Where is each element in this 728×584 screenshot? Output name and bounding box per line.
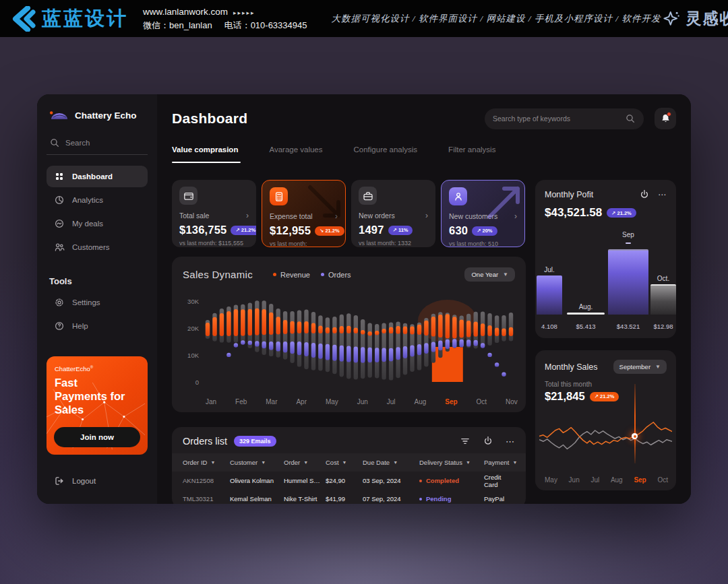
order-row[interactable]: TML30321Kemal SelmanNike T-Shirt$41,9907… [172,490,526,504]
orders-header-row: Order ID▼Customer▼Order▼Cost▼Due Date▼De… [172,453,526,472]
profit-bar-value: $12.98 [650,323,676,330]
stat-value: $12,955 [270,224,311,237]
sidebar-search-input[interactable] [65,139,133,147]
column-header-order[interactable]: Order▼ [284,459,326,466]
tab-filter-analysis[interactable]: Filter analysis [448,145,495,154]
month-label-sep: Sep [634,476,646,484]
trend-badge: ↗ 20% [472,226,497,236]
stat-cards-row: Total sale›$136,755↗ 21.2%vs last month:… [172,180,526,247]
month-select[interactable]: September▼ [613,360,667,374]
calculator-icon [270,187,288,205]
monthly-sales-title: Monthly Sales [545,362,598,372]
order-status: Pending [419,495,484,502]
orders-title: Orders list [183,436,227,447]
sidebar-item-dashboard[interactable]: Dashboard [47,166,148,187]
monthly-sales-panel: Monthly Sales September▼ Total this mont… [535,350,676,490]
column-header-delivery-status[interactable]: Delivery Status▼ [419,459,484,466]
join-now-button[interactable]: Join now [54,427,140,447]
profit-bar-values: 4.108$5.413$43.521$12.98 [535,323,676,331]
total-label: Total this month [545,381,667,388]
stat-title: Expense total [270,212,313,220]
banner-arrows: ▸▸▸▸▸ [233,9,255,16]
legend-orders[interactable]: Orders [321,271,351,279]
more-icon[interactable]: ⋯ [658,190,667,199]
month-label-mar: Mar [266,398,277,405]
pie-icon [54,195,65,205]
header-search-input[interactable] [493,115,625,123]
tab-configure-analysis[interactable]: Configure analysis [354,145,418,154]
sidebar-item-customers[interactable]: Customers [47,236,148,258]
promo-title: Fast Payments for Sales [55,376,133,416]
orders-table: Order ID▼Customer▼Order▼Cost▼Due Date▼De… [172,453,526,504]
legend-dot [321,273,324,276]
sort-caret-icon: ▼ [261,460,266,465]
sort-caret-icon: ▼ [342,460,347,465]
help-icon [54,321,65,331]
order-customer: Olivera Kolman [230,477,284,484]
sidebar-tools: SettingsHelp [47,292,148,339]
tab-avarage-values[interactable]: Avarage values [269,145,322,154]
sort-caret-icon: ▼ [466,460,471,465]
stat-value: $136,755 [179,224,226,236]
column-header-cost[interactable]: Cost▼ [326,459,363,466]
header-search[interactable] [485,108,644,129]
order-cost: $41,99 [326,495,363,502]
stat-card-new-customers[interactable]: New customers›630↗ 20%vs last month: 510 [441,180,525,247]
sidebar-tool-help[interactable]: Help [47,315,148,337]
monthly-profit-panel: Monthly Pofit ⋯ $43,521.58 ↗ 21.2% Jul.A… [535,180,676,338]
sidebar-item-label: Customers [72,243,110,251]
month-label-aug: Aug [611,476,623,484]
export-icon[interactable] [483,436,493,447]
trend-badge: ↗ 11% [388,226,413,235]
month-label-jul: Jul [387,398,396,405]
column-header-due-date[interactable]: Due Date▼ [363,459,419,466]
monthly-profit-value: $43,521.58 [545,206,602,220]
sidebar-nav: DashboardAnalyticsMy dealsCustomers [47,166,148,260]
filter-icon[interactable] [460,436,471,447]
column-header-payment[interactable]: Payment▼ [484,459,517,466]
dashboard-window: Chattery Echo DashboardAnalyticsMy deals… [37,94,691,504]
range-select[interactable]: One Year▼ [464,267,515,282]
profit-bar-jul [537,275,562,315]
sort-caret-icon: ▼ [210,460,215,465]
chevron-right-icon[interactable]: › [514,212,517,221]
more-icon[interactable]: ⋯ [506,436,515,447]
export-icon[interactable] [639,189,650,200]
emails-badge: 329 Emails [234,436,276,447]
sidebar-tool-settings[interactable]: Settings [47,292,148,313]
promo-card[interactable]: ChatterEcho® Fast Payments for Sales Joi… [47,356,148,455]
sidebar-item-my-deals[interactable]: My deals [47,213,148,234]
notifications-button[interactable] [655,108,676,129]
order-row[interactable]: AKN12508Olivera KolmanHummel S…$24,9003 … [172,472,526,490]
chevron-right-icon[interactable]: › [246,211,249,220]
logout-button[interactable]: Logout [47,472,148,490]
orders-panel: Orders list 329 Emails ⋯ Order ID▼Custom… [172,427,526,504]
x-axis-months: JanFebMarAprMayJunJulAugSepOctNov [206,398,518,405]
person-icon [449,187,467,205]
sidebar-search[interactable] [47,137,148,155]
y-axis-tick: 20K [181,325,199,332]
stat-vs-last-month: vs last month: $115,555 [179,240,249,247]
month-label-oct: Oct [657,476,668,484]
stat-card-new-orders[interactable]: New orders›1497↗ 11%vs last month: 1332 [351,180,435,247]
stat-card-total-sale[interactable]: Total sale›$136,755↗ 21.2%vs last month:… [172,180,256,247]
banner-wechat: 微信：ben_lanlan [143,20,212,30]
sidebar-item-label: Help [72,322,88,330]
logout-icon [54,476,65,486]
month-label-jul: Jul [590,476,599,484]
search-icon[interactable] [625,113,636,124]
column-header-customer[interactable]: Customer▼ [230,459,284,466]
chevron-right-icon[interactable]: › [335,212,338,221]
stat-card-expense-total[interactable]: Expense total›$12,955↘ 21.2%vs last mont… [262,180,346,247]
chevron-right-icon[interactable]: › [425,211,428,220]
y-axis-tick: 30K [181,298,199,305]
promo-brand: ChatterEcho® [55,365,140,372]
profit-bar-tick [626,242,631,244]
column-header-order-id[interactable]: Order ID▼ [183,459,230,466]
profit-bar-value: $5.413 [567,323,605,330]
sidebar-item-analytics[interactable]: Analytics [47,189,148,211]
app-logo: Chattery Echo [47,109,148,121]
briefcase-icon [359,187,377,205]
tab-value-comprasion[interactable]: Value comprasion [172,145,238,154]
legend-revenue[interactable]: Revenue [273,271,310,279]
